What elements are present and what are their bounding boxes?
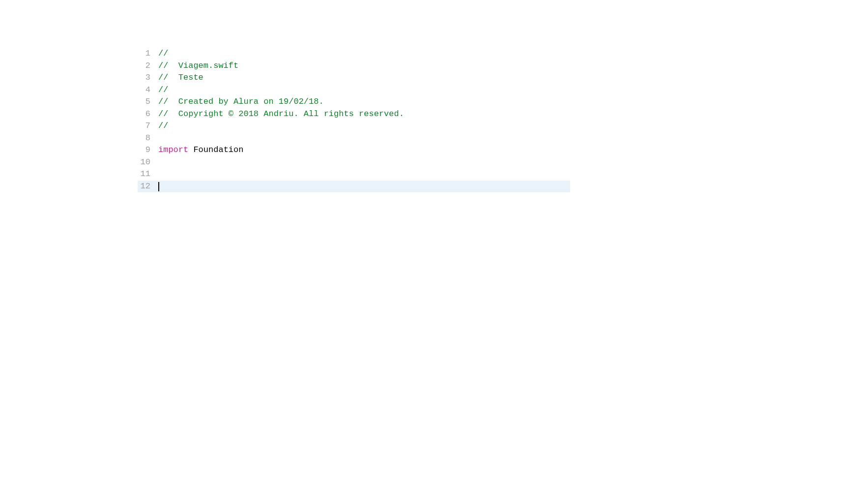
code-line[interactable]: 5 // Created by Alura on 19/02/18.	[138, 96, 570, 108]
line-number: 1	[138, 48, 158, 60]
keyword-import: import	[158, 145, 188, 154]
code-editor[interactable]: 1 // 2 // Viagem.swift 3 // Teste 4 // 5…	[138, 48, 570, 192]
line-number: 11	[138, 168, 158, 181]
code-line[interactable]: 7 //	[138, 120, 570, 132]
code-content: //	[158, 120, 570, 132]
code-line[interactable]: 3 // Teste	[138, 72, 570, 84]
line-number: 6	[138, 108, 158, 121]
code-line[interactable]: 4 //	[138, 84, 570, 96]
line-number: 5	[138, 96, 158, 108]
line-number: 2	[138, 60, 158, 72]
code-content: // Viagem.swift	[158, 60, 570, 72]
line-number: 9	[138, 144, 158, 156]
code-content: // Created by Alura on 19/02/18.	[158, 96, 570, 108]
code-content: // Copyright © 2018 Andriu. All rights r…	[158, 108, 570, 121]
code-line[interactable]: 9 import Foundation	[138, 144, 570, 156]
line-number: 7	[138, 120, 158, 132]
code-content: import Foundation	[158, 144, 570, 156]
line-number: 12	[138, 181, 158, 193]
code-line[interactable]: 1 //	[138, 48, 570, 60]
text-cursor-icon	[158, 182, 159, 191]
code-line[interactable]: 8	[138, 132, 570, 145]
code-content: //	[158, 84, 570, 96]
line-number: 3	[138, 72, 158, 84]
code-content	[158, 181, 570, 193]
code-content: // Teste	[158, 72, 570, 84]
code-content: //	[158, 48, 570, 60]
identifier-foundation: Foundation	[193, 145, 243, 154]
line-number: 8	[138, 132, 158, 145]
code-line[interactable]: 6 // Copyright © 2018 Andriu. All rights…	[138, 108, 570, 121]
line-number: 4	[138, 84, 158, 96]
code-line[interactable]: 2 // Viagem.swift	[138, 60, 570, 72]
line-number: 10	[138, 156, 158, 169]
code-line[interactable]: 11	[138, 168, 570, 181]
code-line-current[interactable]: 12	[138, 181, 570, 193]
code-line[interactable]: 10	[138, 156, 570, 169]
